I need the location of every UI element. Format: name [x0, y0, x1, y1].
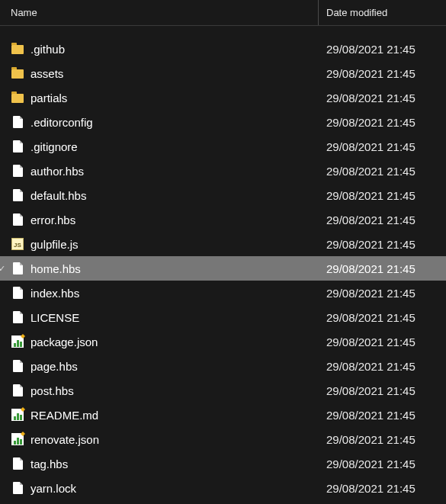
file-row[interactable]: index.hbs29/08/2021 21:45	[0, 281, 446, 305]
file-row[interactable]: error.hbs29/08/2021 21:45	[0, 207, 446, 232]
file-name: page.hbs	[30, 360, 319, 373]
file-date: 29/08/2021 21:45	[319, 433, 446, 446]
file-row[interactable]: .gitignore29/08/2021 21:45	[0, 134, 446, 159]
file-date: 29/08/2021 21:45	[319, 165, 446, 178]
file-date: 29/08/2021 21:45	[319, 238, 446, 251]
file-row[interactable]: README.md29/08/2021 21:45	[0, 403, 446, 427]
file-date: 29/08/2021 21:45	[319, 116, 446, 129]
column-name-label: Name	[11, 7, 37, 18]
column-date-label: Date modified	[326, 7, 387, 18]
file-icon	[13, 116, 23, 128]
file-name: package.json	[30, 335, 319, 348]
file-date: 29/08/2021 21:45	[319, 67, 446, 80]
file-row[interactable]: partials29/08/2021 21:45	[0, 85, 446, 110]
file-name: author.hbs	[30, 165, 319, 178]
file-row[interactable]: LICENSE29/08/2021 21:45	[0, 305, 446, 329]
file-date: 29/08/2021 21:45	[319, 262, 446, 275]
file-row[interactable]: page.hbs29/08/2021 21:45	[0, 354, 446, 378]
chart-file-icon	[11, 335, 24, 348]
file-date: 29/08/2021 21:45	[319, 384, 446, 397]
file-name: renovate.json	[30, 433, 319, 446]
file-icon	[13, 360, 23, 372]
file-date: 29/08/2021 21:45	[319, 360, 446, 373]
file-row[interactable]: ✓home.hbs29/08/2021 21:45	[0, 256, 446, 281]
file-list: .github29/08/2021 21:45assets29/08/2021 …	[0, 26, 446, 500]
file-icon	[13, 213, 23, 226]
file-name: yarn.lock	[30, 482, 319, 495]
file-date: 29/08/2021 21:45	[319, 43, 446, 56]
file-name: home.hbs	[30, 262, 319, 275]
file-name: README.md	[30, 409, 319, 422]
file-row[interactable]: post.hbs29/08/2021 21:45	[0, 378, 446, 403]
chart-file-icon	[11, 409, 24, 421]
file-date: 29/08/2021 21:45	[319, 189, 446, 202]
file-name: partials	[30, 91, 319, 104]
file-date: 29/08/2021 21:45	[319, 287, 446, 300]
folder-icon	[11, 94, 24, 103]
folder-icon	[11, 69, 24, 79]
file-name: gulpfile.js	[30, 238, 319, 251]
file-icon	[13, 165, 23, 177]
file-icon	[13, 384, 23, 396]
file-row[interactable]: yarn.lock29/08/2021 21:45	[0, 476, 446, 500]
file-name: .github	[30, 43, 319, 56]
file-row[interactable]: JSgulpfile.js29/08/2021 21:45	[0, 232, 446, 256]
file-row[interactable]: .github29/08/2021 21:45	[0, 37, 446, 61]
file-name: tag.hbs	[30, 457, 319, 470]
script-icon: JS	[11, 238, 24, 250]
column-header: ✕ Name Date modified	[0, 0, 446, 26]
file-icon	[13, 189, 23, 201]
file-date: 29/08/2021 21:45	[319, 140, 446, 153]
column-header-name[interactable]: ✕ Name	[11, 0, 319, 25]
column-header-date[interactable]: Date modified	[319, 0, 446, 25]
file-row[interactable]: .editorconfig29/08/2021 21:45	[0, 110, 446, 134]
file-date: 29/08/2021 21:45	[319, 482, 446, 495]
file-row[interactable]: renovate.json29/08/2021 21:45	[0, 427, 446, 451]
file-date: 29/08/2021 21:45	[319, 409, 446, 422]
file-date: 29/08/2021 21:45	[319, 91, 446, 104]
file-icon	[13, 457, 23, 470]
file-row[interactable]: default.hbs29/08/2021 21:45	[0, 183, 446, 207]
file-row[interactable]: tag.hbs29/08/2021 21:45	[0, 451, 446, 476]
file-date: 29/08/2021 21:45	[319, 213, 446, 226]
file-name: index.hbs	[30, 287, 319, 300]
file-name: assets	[30, 67, 319, 80]
file-icon	[13, 287, 23, 299]
file-icon	[13, 482, 23, 494]
file-row[interactable]: assets29/08/2021 21:45	[0, 61, 446, 85]
file-name: error.hbs	[30, 213, 319, 226]
file-date: 29/08/2021 21:45	[319, 311, 446, 324]
file-date: 29/08/2021 21:45	[319, 335, 446, 348]
file-row[interactable]: author.hbs29/08/2021 21:45	[0, 159, 446, 183]
file-icon	[13, 311, 23, 323]
file-name: default.hbs	[30, 189, 319, 202]
file-name: .editorconfig	[30, 116, 319, 129]
file-name: .gitignore	[30, 140, 319, 153]
chart-file-icon	[11, 433, 24, 445]
file-row[interactable]: package.json29/08/2021 21:45	[0, 329, 446, 354]
file-date: 29/08/2021 21:45	[319, 457, 446, 470]
file-name: LICENSE	[30, 311, 319, 324]
file-icon	[13, 262, 23, 274]
file-icon	[13, 140, 23, 152]
checkbox-icon[interactable]: ✓	[0, 264, 6, 274]
file-name: post.hbs	[30, 384, 319, 397]
folder-icon	[11, 45, 24, 54]
